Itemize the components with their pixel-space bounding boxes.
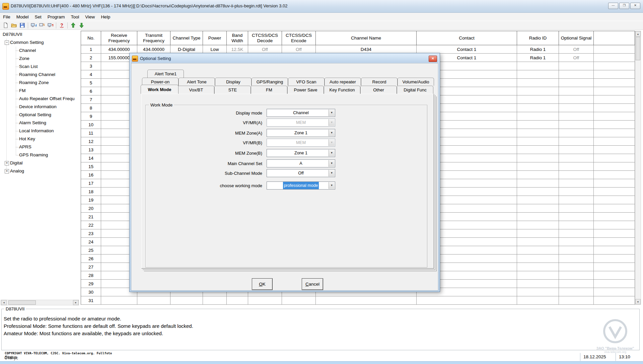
cell-r31-c7[interactable] [282, 296, 316, 305]
new-icon[interactable] [2, 21, 9, 29]
cell-r1-c9[interactable]: Contact 1 [417, 45, 517, 54]
cell-r10-c0[interactable]: 10 [81, 121, 101, 129]
cell-r9-c10[interactable] [517, 112, 559, 121]
cell-r18-c11[interactable] [559, 188, 594, 196]
cell-r8-c10[interactable] [517, 104, 559, 112]
cell-r5-c10[interactable] [517, 79, 559, 87]
combo-vf-mr-a[interactable]: MEM▼ [267, 119, 335, 127]
cell-r17-c0[interactable]: 17 [81, 179, 101, 188]
cell-r14-c10[interactable] [517, 154, 559, 162]
cell-r10-c10[interactable] [517, 121, 559, 129]
chevron-down-icon[interactable]: ▼ [329, 182, 335, 189]
write-icon[interactable] [47, 21, 54, 29]
cell-r2-c0[interactable]: 2 [81, 54, 101, 62]
cell-r28-c12[interactable] [594, 271, 635, 280]
cell-r1-c6[interactable]: Off [248, 45, 282, 54]
cell-r29-c11[interactable] [559, 280, 594, 288]
cell-r13-c11[interactable] [559, 146, 594, 154]
ok-button[interactable]: OK [252, 278, 273, 290]
chevron-down-icon[interactable]: ▼ [329, 150, 335, 156]
cell-r18-c0[interactable]: 18 [81, 188, 101, 196]
cell-r17-c10[interactable] [517, 179, 559, 188]
cell-r31-c2[interactable] [137, 296, 170, 305]
cell-r9-c11[interactable] [559, 112, 594, 121]
tree-item-aprs[interactable]: APRS [19, 143, 31, 151]
tab-record[interactable]: Record [361, 78, 398, 86]
cell-r31-c11[interactable] [559, 296, 594, 305]
cell-r11-c11[interactable] [559, 129, 594, 137]
scrollbar-thumb[interactable] [636, 37, 640, 60]
tree-item-roaming-zone[interactable]: Roaming Zone [19, 79, 49, 87]
tree-toggle-expand[interactable]: + [5, 169, 9, 173]
cell-r12-c10[interactable] [517, 137, 559, 146]
cell-r7-c12[interactable] [594, 95, 635, 104]
tree-item-channel[interactable]: Channel [19, 47, 36, 55]
cell-r26-c12[interactable] [594, 254, 635, 263]
tab-ste[interactable]: STE [214, 86, 251, 94]
cell-r29-c12[interactable] [594, 280, 635, 288]
menu-program[interactable]: Program [45, 13, 68, 20]
cell-r13-c12[interactable] [594, 146, 635, 154]
cell-r1-c4[interactable]: Low [203, 45, 227, 54]
menu-model[interactable]: Model [13, 13, 32, 20]
cell-r29-c10[interactable] [517, 280, 559, 288]
cell-r1-c10[interactable]: Radio 1 [517, 45, 559, 54]
cell-r22-c11[interactable] [559, 221, 594, 229]
tab-alert-tone1[interactable]: Alert Tone1 [147, 70, 184, 78]
cell-r1-c1[interactable]: 434.00000 [101, 45, 137, 54]
cell-r26-c10[interactable] [517, 254, 559, 263]
combo-mem-zone-b[interactable]: Zone 1▼ [267, 149, 335, 157]
cell-r7-c11[interactable] [559, 95, 594, 104]
tree-toggle-collapse[interactable]: − [5, 41, 9, 45]
cell-r20-c11[interactable] [559, 204, 594, 213]
cell-r19-c12[interactable] [594, 196, 635, 204]
scroll-right-arrow[interactable]: ► [73, 300, 79, 305]
cell-r7-c0[interactable]: 7 [81, 95, 101, 104]
cell-r13-c0[interactable]: 13 [81, 146, 101, 154]
tab-display[interactable]: Display [215, 78, 252, 86]
cell-r17-c11[interactable] [559, 179, 594, 188]
cell-r1-c2[interactable]: 434.00000 [137, 45, 170, 54]
tree-item-local-information[interactable]: Local Information [19, 127, 54, 135]
save-icon[interactable] [18, 21, 26, 29]
cell-r10-c12[interactable] [594, 121, 635, 129]
dialog-close-button[interactable]: ✕ [429, 56, 437, 62]
menu-view[interactable]: View [82, 13, 98, 20]
cell-r31-c10[interactable] [517, 296, 559, 305]
close-button[interactable]: ✕ [630, 3, 640, 9]
cell-r9-c0[interactable]: 9 [81, 112, 101, 121]
cell-r15-c11[interactable] [559, 162, 594, 171]
cell-r16-c10[interactable] [517, 171, 559, 179]
cell-r27-c11[interactable] [559, 263, 594, 271]
cell-r5-c0[interactable]: 5 [81, 79, 101, 87]
cell-r21-c0[interactable]: 21 [81, 213, 101, 221]
cell-r6-c11[interactable] [559, 87, 594, 95]
tab-digital-func[interactable]: Digital Func [397, 86, 433, 94]
cell-r31-c3[interactable] [170, 296, 203, 305]
cell-r8-c12[interactable] [594, 104, 635, 112]
cell-r3-c11[interactable] [559, 62, 594, 70]
cell-r11-c10[interactable] [517, 129, 559, 137]
cell-r27-c10[interactable] [517, 263, 559, 271]
cell-r8-c11[interactable] [559, 104, 594, 112]
cell-r23-c12[interactable] [594, 229, 635, 238]
cell-r1-c5[interactable]: 12.5K [227, 45, 248, 54]
tab-auto-repeater[interactable]: Auto repeater [325, 78, 361, 86]
cell-r19-c0[interactable]: 19 [81, 196, 101, 204]
combo-vf-mr-b[interactable]: MEM▼ [267, 139, 335, 147]
cell-r14-c11[interactable] [559, 154, 594, 162]
cell-r4-c0[interactable]: 4 [81, 70, 101, 79]
cell-r25-c12[interactable] [594, 246, 635, 254]
cell-r21-c10[interactable] [517, 213, 559, 221]
scroll-down-arrow[interactable]: ▼ [635, 299, 641, 304]
cell-r2-c10[interactable]: Radio 1 [517, 54, 559, 62]
scrollbar-thumb[interactable] [8, 300, 36, 305]
cell-r1-c11[interactable]: Off [559, 45, 594, 54]
cell-r19-c10[interactable] [517, 196, 559, 204]
chevron-down-icon[interactable]: ▼ [329, 119, 335, 126]
tree-item-digital[interactable]: Digital [10, 159, 23, 167]
cell-r24-c12[interactable] [594, 238, 635, 246]
cell-r18-c10[interactable] [517, 188, 559, 196]
tree-item-device-information[interactable]: Device information [19, 103, 57, 111]
cell-r22-c0[interactable]: 22 [81, 221, 101, 229]
